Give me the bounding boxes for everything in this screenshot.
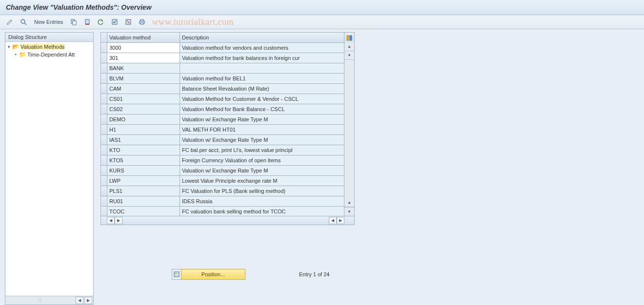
row-selector[interactable] xyxy=(101,104,107,114)
svg-rect-10 xyxy=(141,23,143,24)
description-cell[interactable]: Valuation w/ Exchange Rate Type M xyxy=(180,114,354,124)
table-settings-button[interactable] xyxy=(344,32,355,43)
valuation-method-cell[interactable]: 301 xyxy=(107,53,180,63)
scroll-up-bottom-button[interactable]: ▲ xyxy=(344,198,354,207)
table-row: TCOCFC valuation bank selling method for… xyxy=(101,207,354,216)
description-cell[interactable]: Balance Sheet Revaluation (M Rate) xyxy=(180,84,354,94)
description-cell[interactable]: Valuation w/ Exchange Rate Type M xyxy=(180,135,354,145)
scroll-left-end-button[interactable]: ◀ xyxy=(329,217,337,224)
new-entries-button[interactable]: New Entries xyxy=(31,17,66,27)
table-footer: Position... Entry 1 of 24 xyxy=(172,269,329,280)
row-selector[interactable] xyxy=(101,74,107,83)
valuation-method-cell[interactable]: KURS xyxy=(107,166,180,175)
row-selector[interactable] xyxy=(101,114,107,124)
delete-button[interactable] xyxy=(81,17,93,27)
entry-counter-text: Entry 1 of 24 xyxy=(299,271,329,277)
description-cell[interactable]: Valuation method for BEL1 xyxy=(180,74,354,83)
valuation-method-cell[interactable]: CAM xyxy=(107,84,180,94)
valuation-method-cell[interactable]: KTO xyxy=(107,145,180,155)
valuation-method-cell[interactable]: BANK xyxy=(107,63,180,73)
row-selector[interactable] xyxy=(101,94,107,104)
row-selector[interactable] xyxy=(101,43,107,53)
row-selector[interactable] xyxy=(101,53,107,63)
row-selector[interactable] xyxy=(101,125,107,134)
valuation-method-cell[interactable]: KTO5 xyxy=(107,155,180,165)
description-cell[interactable]: Valuation Method for Customer & Vendor -… xyxy=(180,94,354,104)
table-row: 3000Valuation method for vendors and cus… xyxy=(101,43,354,53)
valuation-method-cell[interactable]: DEMO xyxy=(107,114,180,124)
description-cell[interactable] xyxy=(180,63,354,73)
svg-rect-11 xyxy=(347,36,349,40)
scroll-track[interactable] xyxy=(344,60,354,198)
table-row: PLS1FC Valuation for PLS (Bank selling m… xyxy=(101,186,354,196)
description-cell[interactable]: Valuation w/ Exchange Rate Type M xyxy=(180,166,354,175)
tree-toggle-icon[interactable]: ▾ xyxy=(6,44,11,49)
row-selector[interactable] xyxy=(101,155,107,165)
row-selector[interactable] xyxy=(101,135,107,145)
description-cell[interactable]: Foreign Currency Valuation of open items xyxy=(180,155,354,165)
scroll-up-button[interactable]: ▲ xyxy=(344,42,354,51)
scroll-left-button[interactable]: ◀ xyxy=(76,297,83,304)
valuation-method-cell[interactable]: PLS1 xyxy=(107,186,180,196)
select-all-button[interactable] xyxy=(109,17,121,27)
valuation-method-cell[interactable]: LWP xyxy=(107,176,180,186)
description-cell[interactable]: VAL METH FOR HT01 xyxy=(180,125,354,134)
description-cell[interactable]: Valuation method for vendors and custome… xyxy=(180,43,354,53)
description-cell[interactable]: FC valuation bank selling method for TCO… xyxy=(180,207,354,216)
row-selector[interactable] xyxy=(101,63,107,73)
table-horizontal-scrollbar[interactable]: ◀ ▶ ◀ ▶ xyxy=(101,216,355,225)
valuation-method-cell[interactable]: RU01 xyxy=(107,196,180,206)
tree-node-time-dependent[interactable]: • 📁 Time-Dependent Att xyxy=(6,51,93,58)
scroll-down-button[interactable]: ▼ xyxy=(344,51,354,60)
valuation-method-cell[interactable]: 3000 xyxy=(107,43,180,53)
description-cell[interactable]: IDES Russia xyxy=(180,196,354,206)
row-selector[interactable] xyxy=(101,84,107,94)
table-row: LWPLowest Value Principle exchange rate … xyxy=(101,176,354,186)
splitter-handle-icon[interactable]: ⠿ xyxy=(6,297,75,304)
toggle-display-change-button[interactable] xyxy=(4,17,16,27)
table-vertical-scrollbar[interactable]: ▲ ▼ ▲ ▼ xyxy=(344,42,355,216)
table-row: KURSValuation w/ Exchange Rate Type M xyxy=(101,166,354,176)
dialog-structure-tree[interactable]: ▾ 📂 Valuation Methods • 📁 Time-Dependent… xyxy=(5,42,93,296)
table-header-row: Valuation methodDescription xyxy=(101,33,354,43)
description-cell[interactable]: FC bal.per acct, print LI's, lowest valu… xyxy=(180,145,354,155)
tree-horizontal-scrollbar[interactable]: ⠿ ◀ ▶ xyxy=(5,296,93,305)
scroll-right-button[interactable]: ▶ xyxy=(115,217,122,224)
position-button[interactable]: Position... xyxy=(172,269,245,280)
valuation-method-cell[interactable]: H1 xyxy=(107,125,180,134)
find-button[interactable] xyxy=(18,17,29,27)
description-cell[interactable]: Valuation method for bank balances in fo… xyxy=(180,53,354,63)
undo-button[interactable] xyxy=(95,17,107,27)
table-row: BANK xyxy=(101,63,354,74)
description-cell[interactable]: Valuation Method for Bank Balance - CSCL xyxy=(180,104,354,114)
row-selector[interactable] xyxy=(101,176,107,186)
svg-line-1 xyxy=(24,23,26,25)
valuation-method-cell[interactable]: CS01 xyxy=(107,94,180,104)
description-cell[interactable]: FC Valuation for PLS (Bank selling metho… xyxy=(180,186,354,196)
svg-rect-9 xyxy=(141,19,143,21)
description-cell[interactable]: Lowest Value Principle exchange rate M xyxy=(180,176,354,186)
tree-node-valuation-methods[interactable]: ▾ 📂 Valuation Methods xyxy=(6,43,93,51)
select-all-cell[interactable] xyxy=(101,33,107,42)
valuation-method-cell[interactable]: TCOC xyxy=(107,207,180,216)
scroll-down-bottom-button[interactable]: ▼ xyxy=(344,207,354,216)
scroll-right-button[interactable]: ▶ xyxy=(84,297,92,304)
tree-node-label: Valuation Methods xyxy=(20,44,64,50)
print-button[interactable] xyxy=(136,17,148,27)
valuation-method-cell[interactable]: IAS1 xyxy=(107,135,180,145)
row-selector[interactable] xyxy=(101,196,107,206)
row-selector[interactable] xyxy=(101,207,107,216)
row-selector[interactable] xyxy=(101,186,107,196)
scroll-right-end-button[interactable]: ▶ xyxy=(337,217,344,224)
row-selector[interactable] xyxy=(101,166,107,175)
scroll-left-button[interactable]: ◀ xyxy=(107,217,115,224)
valuation-method-cell[interactable]: CS02 xyxy=(107,104,180,114)
copy-as-button[interactable] xyxy=(68,17,80,27)
main-area: Dialog Structure ▾ 📂 Valuation Methods •… xyxy=(0,29,644,305)
row-selector[interactable] xyxy=(101,145,107,155)
column-header-description[interactable]: Description xyxy=(180,33,354,42)
table-row: DEMOValuation w/ Exchange Rate Type M xyxy=(101,114,354,125)
column-header-valuation-method[interactable]: Valuation method xyxy=(107,33,180,42)
deselect-all-button[interactable] xyxy=(122,17,134,27)
valuation-method-cell[interactable]: BLVM xyxy=(107,74,180,83)
